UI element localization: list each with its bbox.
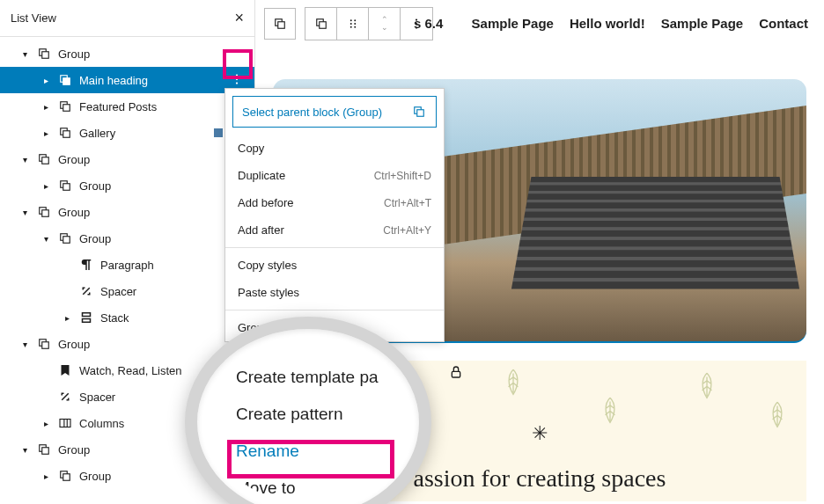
chevron-down-icon[interactable]: ▾: [14, 445, 35, 455]
chevron-down-icon[interactable]: ▾: [14, 340, 35, 349]
chevron-down-icon[interactable]: ▾: [14, 49, 35, 59]
block-toolbar: ⌃ ⌄: [264, 7, 433, 40]
lock-icon: [449, 365, 463, 382]
tree-row-label: Group: [79, 179, 247, 193]
menu-item-duplicate[interactable]: DuplicateCtrl+Shift+D: [225, 162, 444, 189]
list-view-title: List View: [11, 11, 56, 25]
menu-item-rename[interactable]: Rename: [210, 433, 407, 470]
svg-rect-42: [63, 474, 70, 481]
svg-rect-33: [83, 319, 91, 323]
nav-link[interactable]: Sample Page: [661, 16, 743, 31]
chevron-right-icon[interactable]: ▸: [56, 313, 77, 323]
group-icon: [56, 178, 74, 194]
nav-link[interactable]: Hello world!: [570, 16, 645, 31]
tree-row-label: Group: [58, 206, 247, 219]
group-icon: [56, 72, 74, 88]
chevron-down-icon[interactable]: ▾: [14, 208, 35, 217]
toolbar-drag-handle[interactable]: [337, 8, 369, 40]
tree-row[interactable]: ▸Main heading: [0, 67, 254, 93]
group-icon: [411, 104, 427, 120]
menu-item-move-to[interactable]: Move to: [210, 470, 407, 503]
svg-point-4: [349, 19, 351, 21]
spacer-icon: [77, 283, 95, 299]
svg-rect-40: [42, 448, 49, 455]
toolbar-options-button[interactable]: [401, 8, 432, 40]
svg-rect-44: [417, 110, 424, 117]
svg-point-7: [354, 23, 356, 25]
svg-point-18: [236, 77, 238, 79]
menu-item-create-template-part[interactable]: Create template pa: [210, 359, 407, 396]
select-parent-button[interactable]: Select parent block (Group): [232, 96, 437, 128]
svg-point-10: [416, 18, 417, 20]
group-icon: [35, 336, 53, 352]
tree-row[interactable]: ▸Group: [0, 172, 254, 199]
nav-link[interactable]: Contact: [759, 16, 808, 31]
menu-item-paste-styles[interactable]: Paste styles: [225, 279, 444, 306]
nav-link[interactable]: Sample Page: [472, 16, 554, 31]
stack-icon: [77, 310, 95, 325]
chevron-right-icon[interactable]: ▸: [35, 419, 56, 428]
svg-rect-32: [83, 313, 91, 317]
menu-item-copy[interactable]: Copy: [225, 135, 444, 162]
chevron-right-icon[interactable]: ▸: [35, 76, 56, 85]
group-icon: [35, 442, 53, 457]
tree-row-label: Gallery: [79, 127, 214, 140]
tree-row[interactable]: ▸Featured Posts: [0, 93, 254, 120]
tree-row[interactable]: ▾Group: [0, 199, 254, 225]
menu-item-add-after[interactable]: Add afterCtrl+Alt+Y: [225, 216, 444, 244]
chevron-down-icon[interactable]: ▾: [35, 234, 56, 244]
svg-rect-25: [42, 157, 49, 164]
select-parent-label: Select parent block (Group): [242, 106, 382, 119]
tree-row[interactable]: ▾Group: [0, 40, 254, 67]
svg-point-9: [354, 26, 356, 28]
svg-rect-1: [278, 22, 285, 29]
svg-rect-16: [63, 78, 70, 85]
svg-rect-27: [63, 184, 70, 191]
tree-row[interactable]: ▾Group: [0, 146, 254, 172]
group-icon: [35, 46, 53, 62]
toolbar-parent-button[interactable]: [305, 8, 337, 40]
magnify-callout: Create template pa Create pattern Rename…: [185, 317, 431, 504]
group-icon: [56, 125, 74, 141]
svg-point-19: [236, 82, 238, 84]
paragraph-icon: [77, 257, 95, 273]
chevron-right-icon[interactable]: ▸: [35, 471, 56, 481]
list-view-header: List View ×: [0, 0, 254, 37]
tree-row[interactable]: Spacer: [0, 278, 254, 304]
site-header: s 6.4 Sample Page Hello world! Sample Pa…: [414, 16, 808, 31]
bookmark-icon: [56, 362, 74, 378]
menu-item-copy-styles[interactable]: Copy styles: [225, 252, 444, 279]
close-icon[interactable]: ×: [234, 9, 244, 27]
svg-rect-14: [42, 52, 49, 59]
svg-point-6: [349, 23, 351, 25]
menu-item-create-pattern[interactable]: Create pattern: [210, 396, 407, 433]
group-icon: [35, 204, 53, 220]
svg-rect-23: [63, 131, 70, 138]
tree-row-label: Group: [79, 232, 247, 245]
chevron-right-icon[interactable]: ▸: [35, 181, 56, 191]
columns-icon: [56, 415, 74, 431]
group-icon: [56, 230, 74, 246]
svg-point-11: [416, 23, 417, 25]
tree-row-label: Group: [58, 47, 247, 61]
chevron-down-icon: ⌄: [381, 24, 388, 32]
toolbar-move-updown[interactable]: ⌃ ⌄: [369, 8, 401, 40]
tree-row[interactable]: ▾Group: [0, 225, 254, 252]
svg-rect-45: [452, 371, 460, 377]
tree-row-label: Group: [58, 153, 247, 166]
chevron-down-icon[interactable]: ▾: [14, 155, 35, 164]
separator-star: ✳: [532, 422, 548, 445]
menu-item-add-before[interactable]: Add beforeCtrl+Alt+T: [225, 189, 444, 216]
svg-rect-29: [42, 210, 49, 217]
tree-row-label: Main heading: [79, 74, 226, 87]
svg-rect-31: [63, 237, 70, 244]
svg-rect-36: [60, 420, 70, 427]
tree-row[interactable]: Paragraph: [0, 252, 254, 278]
svg-point-8: [349, 26, 351, 28]
row-options-button[interactable]: [226, 71, 247, 90]
chevron-right-icon[interactable]: ▸: [35, 102, 56, 112]
chevron-right-icon[interactable]: ▸: [35, 128, 56, 138]
block-type-button[interactable]: [264, 8, 296, 40]
svg-point-12: [416, 26, 417, 28]
tree-row[interactable]: ▸Gallery: [0, 120, 254, 146]
